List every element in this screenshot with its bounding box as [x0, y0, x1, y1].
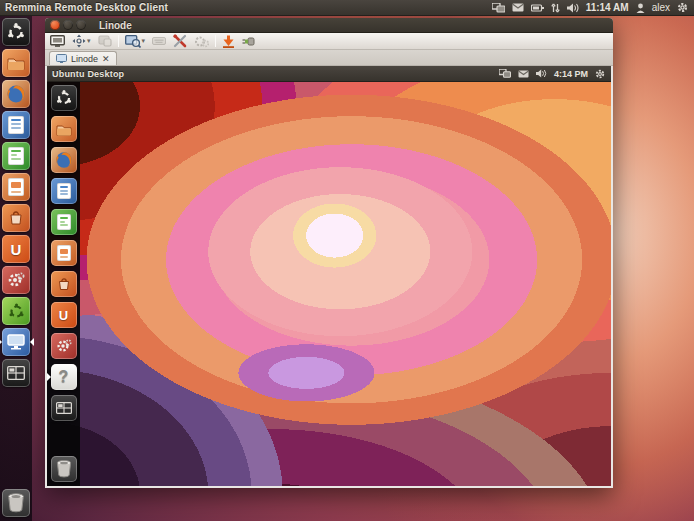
ubuntu-one-glyph: U: [11, 241, 22, 258]
remote-launcher-item-libreoffice-calc[interactable]: [51, 209, 77, 235]
host-top-panel: Remmina Remote Desktop Client 11:14 AM a…: [0, 0, 694, 16]
mail-icon[interactable]: [518, 70, 529, 78]
launcher-item-libreoffice-calc[interactable]: [2, 142, 30, 170]
preferences-button[interactable]: [193, 34, 210, 49]
scaled-mode-button[interactable]: [97, 34, 113, 49]
toolbar-separator: [215, 35, 216, 47]
focused-indicator: [30, 338, 34, 346]
disconnect-button[interactable]: [241, 34, 257, 49]
window-buttons: [45, 20, 91, 30]
tab-close-icon[interactable]: ✕: [102, 54, 110, 64]
calc-doc-icon: [8, 147, 24, 165]
tab-label: Linode: [71, 54, 98, 64]
network-icon[interactable]: [492, 3, 505, 13]
writer-doc-icon: [8, 116, 24, 134]
impress-doc-icon: [57, 245, 71, 261]
maximize-button[interactable]: [76, 20, 86, 30]
launcher-item-firefox[interactable]: [2, 80, 30, 108]
running-indicator: [0, 338, 2, 346]
remote-unity-launcher: U ?: [47, 82, 80, 486]
tools-button[interactable]: [172, 34, 188, 49]
network-icon[interactable]: [499, 69, 511, 78]
remote-launcher-item-libreoffice-impress[interactable]: [51, 240, 77, 266]
launcher-item-ubuntu-software-center[interactable]: [2, 204, 30, 232]
volume-icon[interactable]: [536, 69, 547, 78]
fit-window-button[interactable]: ▾: [71, 34, 92, 49]
tab-screen-icon: [56, 54, 67, 63]
launcher-item-ubuntu-green[interactable]: [2, 297, 30, 325]
remote-launcher-item-ubuntu-software-center[interactable]: [51, 271, 77, 297]
remote-launcher-item-firefox[interactable]: [51, 147, 77, 173]
tab-linode[interactable]: Linode ✕: [49, 51, 117, 65]
remote-panel-title: Ubuntu Desktop: [47, 69, 124, 79]
window-title: Linode: [91, 20, 132, 31]
remote-system-tray: 4:14 PM: [499, 69, 611, 79]
launcher-item-remmina[interactable]: [2, 328, 30, 356]
remmina-window: Linode ▾ ▾ Linode ✕ Ubuntu Desktop: [45, 18, 613, 488]
remote-launcher-item-ubuntu-one[interactable]: U: [51, 302, 77, 328]
launcher-item-libreoffice-writer[interactable]: [2, 111, 30, 139]
zoom-button[interactable]: ▾: [124, 34, 147, 49]
fit-window-caret[interactable]: ▾: [87, 37, 91, 45]
launcher-item-system-settings[interactable]: [2, 266, 30, 294]
remote-launcher-item-libreoffice-writer[interactable]: [51, 178, 77, 204]
remmina-toolbar: ▾ ▾: [45, 33, 613, 50]
minimize-button[interactable]: [63, 20, 73, 30]
writer-doc-icon: [57, 183, 71, 199]
minimize-remote-button[interactable]: [221, 34, 236, 49]
remote-launcher-item-system-settings[interactable]: [51, 333, 77, 359]
user-icon[interactable]: [636, 3, 645, 13]
remote-launcher-item-home-folder[interactable]: [51, 116, 77, 142]
host-username[interactable]: alex: [652, 2, 670, 13]
volume-icon[interactable]: [567, 3, 579, 13]
remote-launcher-item-dash-home[interactable]: [51, 85, 77, 111]
remote-launcher-item-workspace-switcher[interactable]: [51, 395, 77, 421]
launcher-item-workspace-switcher[interactable]: [2, 359, 30, 387]
close-button[interactable]: [50, 20, 60, 30]
window-titlebar[interactable]: Linode: [45, 18, 613, 33]
launcher-item-home-folder[interactable]: [2, 49, 30, 77]
mail-icon[interactable]: [512, 3, 524, 12]
launcher-item-dash-home[interactable]: [2, 18, 30, 46]
help-glyph: ?: [59, 368, 69, 386]
remote-top-panel: Ubuntu Desktop 4:14 PM: [47, 66, 611, 82]
session-gear-icon[interactable]: [677, 2, 688, 13]
launcher-item-trash[interactable]: [2, 489, 30, 517]
launcher-item-ubuntu-one[interactable]: U: [2, 235, 30, 263]
host-unity-launcher: U: [0, 16, 32, 521]
battery-icon[interactable]: [531, 4, 544, 12]
session-gear-icon[interactable]: [595, 69, 605, 79]
zoom-caret[interactable]: ▾: [142, 37, 146, 45]
host-system-tray: 11:14 AM alex: [492, 2, 694, 13]
launcher-item-libreoffice-impress[interactable]: [2, 173, 30, 201]
toolbar-separator: [118, 35, 119, 47]
calc-doc-icon: [57, 214, 71, 230]
remote-clock[interactable]: 4:14 PM: [554, 69, 588, 79]
remote-launcher-item-help[interactable]: ?: [51, 364, 77, 390]
tab-bar: Linode ✕: [45, 50, 613, 66]
impress-doc-icon: [8, 178, 24, 196]
running-indicator: [47, 373, 51, 381]
remote-desktop-viewport[interactable]: Ubuntu Desktop 4:14 PM U ?: [45, 66, 613, 488]
fullscreen-button[interactable]: [49, 34, 66, 49]
remote-launcher-item-trash[interactable]: [51, 456, 77, 482]
keyboard-grab-button[interactable]: [151, 34, 167, 49]
ubuntu-one-glyph: U: [59, 308, 68, 323]
host-clock[interactable]: 11:14 AM: [586, 2, 629, 13]
remote-wallpaper: [47, 82, 611, 486]
host-panel-title: Remmina Remote Desktop Client: [0, 2, 168, 13]
sync-arrows-icon[interactable]: [551, 3, 560, 13]
